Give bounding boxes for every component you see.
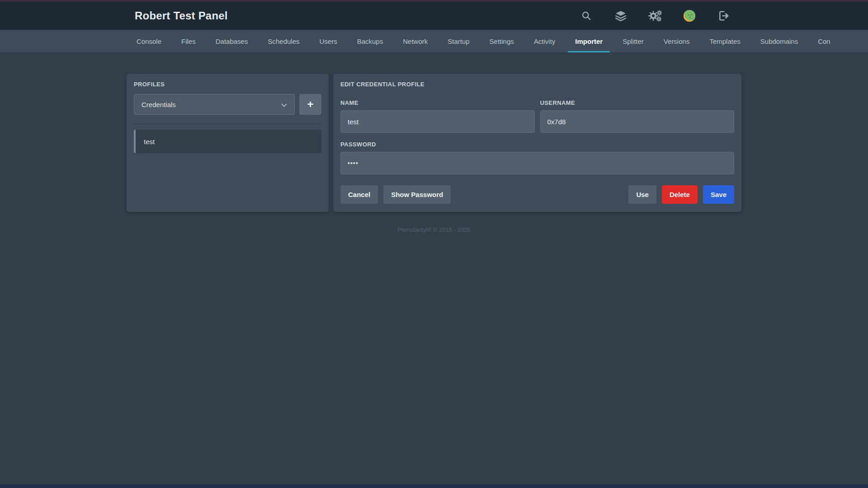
tab-versions[interactable]: Versions — [654, 30, 700, 52]
save-button[interactable]: Save — [703, 185, 734, 204]
page-footer: Pterodactyl® © 2015 - 2025 — [127, 225, 741, 234]
tab-activity[interactable]: Activity — [524, 30, 566, 52]
user-avatar[interactable] — [683, 9, 696, 23]
delete-button[interactable]: Delete — [662, 185, 698, 204]
edit-panel-buttons: Cancel Show Password Use Delete Save — [340, 185, 734, 204]
layers-icon[interactable] — [614, 9, 627, 23]
tab-schedules[interactable]: Schedules — [258, 30, 309, 52]
tab-templates[interactable]: Templates — [699, 30, 750, 52]
profile-list-item[interactable]: test — [134, 130, 321, 153]
tab-splitter[interactable]: Splitter — [613, 30, 654, 52]
tab-console[interactable]: Console — [127, 30, 171, 52]
tab-databases[interactable]: Databases — [206, 30, 258, 52]
copyright-text: Pterodactyl® © 2015 - 2025 — [398, 226, 471, 233]
add-profile-button[interactable]: + — [299, 94, 321, 115]
search-icon[interactable] — [580, 9, 593, 23]
show-password-button[interactable]: Show Password — [383, 185, 451, 204]
cogs-icon[interactable] — [648, 9, 662, 23]
window-bottom-strip — [0, 484, 868, 488]
tab-subdomains[interactable]: Subdomains — [750, 30, 808, 52]
name-label: NAME — [340, 99, 535, 106]
tab-importer[interactable]: Importer — [565, 30, 613, 52]
name-input[interactable] — [340, 110, 535, 133]
tab-settings[interactable]: Settings — [480, 30, 524, 52]
edit-panel-title: EDIT CREDENTIAL PROFILE — [340, 81, 734, 88]
profiles-panel-title: PROFILES — [134, 81, 321, 88]
tab-truncated[interactable]: Con — [808, 30, 840, 52]
username-input[interactable] — [540, 110, 735, 133]
cancel-button[interactable]: Cancel — [340, 185, 378, 204]
main-content: PROFILES Credentials + test EDIT CREDENT… — [127, 74, 741, 212]
password-label: PASSWORD — [340, 141, 734, 148]
profile-type-selected-value: Credentials — [142, 101, 176, 108]
tab-network[interactable]: Network — [393, 30, 438, 52]
profiles-divider — [134, 124, 321, 124]
tab-files[interactable]: Files — [171, 30, 206, 52]
username-label: USERNAME — [540, 99, 735, 106]
header-bar: Robert Test Panel — [0, 2, 868, 30]
tab-startup[interactable]: Startup — [438, 30, 479, 52]
name-field-group: NAME — [340, 99, 535, 133]
profile-type-select[interactable]: Credentials — [134, 94, 295, 115]
sub-navigation: Console Files Databases Schedules Users … — [0, 30, 868, 52]
password-input[interactable] — [340, 152, 734, 174]
use-button[interactable]: Use — [628, 185, 656, 204]
edit-credential-panel: EDIT CREDENTIAL PROFILE NAME USERNAME PA… — [333, 74, 741, 212]
username-field-group: USERNAME — [540, 99, 735, 133]
tab-backups[interactable]: Backups — [347, 30, 393, 52]
header-icon-group — [580, 9, 741, 23]
password-field-group: PASSWORD — [340, 141, 734, 174]
chevron-down-icon — [281, 101, 287, 108]
panel-title: Robert Test Panel — [127, 9, 228, 22]
logout-icon[interactable] — [717, 9, 731, 23]
profiles-panel: PROFILES Credentials + test — [127, 74, 329, 212]
tab-users[interactable]: Users — [310, 30, 347, 52]
